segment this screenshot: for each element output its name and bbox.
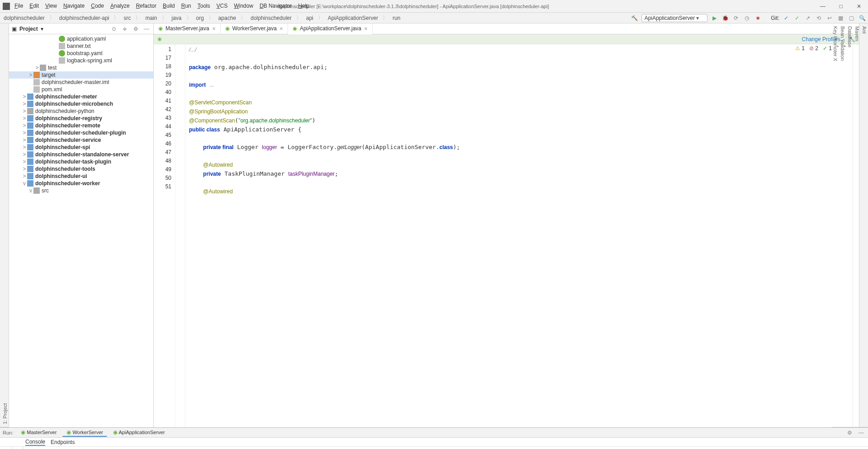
menu-run[interactable]: Run [179, 2, 194, 10]
tree-item[interactable]: >test [9, 64, 153, 71]
close-tab-icon[interactable]: ✕ [364, 26, 368, 31]
error-count: ⊘ 2 [809, 45, 818, 51]
tree-item[interactable]: logback-spring.xml [9, 57, 153, 64]
run-button[interactable]: ▶ [710, 14, 718, 22]
tree-item[interactable]: >dolphinscheduler-python [9, 108, 153, 115]
left-tab-commit[interactable]: 0: Commit [0, 23, 1, 427]
menu-window[interactable]: Window [231, 2, 256, 10]
git-rollback-icon[interactable]: ↩ [826, 14, 834, 22]
editor-tab[interactable]: ◉ApiApplicationServer.java✕ [288, 23, 373, 34]
tree-item[interactable]: >dolphinscheduler-scheduler-plugin [9, 129, 153, 136]
build-icon[interactable]: 🔨 [631, 14, 639, 22]
tree-item[interactable]: >dolphinscheduler-microbench [9, 100, 153, 108]
tree-item[interactable]: application.yaml [9, 35, 153, 42]
tree-item[interactable]: dolphinscheduler-master.iml [9, 79, 153, 86]
console-output[interactable]: [INFO] 2023-02-15 17:29:47.618 +0800 org… [24, 447, 868, 449]
code-editor[interactable]: 117181920404142434445464748495051 /.../ … [154, 44, 859, 427]
debug-button[interactable]: 🐞 [721, 14, 729, 22]
tree-item[interactable]: pom.xml [9, 86, 153, 93]
menu-navigate[interactable]: Navigate [61, 2, 87, 10]
menu-tools[interactable]: Tools [195, 2, 213, 10]
git-label: Git: [771, 15, 779, 21]
stop-button[interactable]: ■ [754, 14, 762, 22]
tree-item[interactable]: bootstrap.yaml [9, 50, 153, 57]
tree-item[interactable]: >dolphinscheduler-standalone-server [9, 151, 153, 158]
maximize-button[interactable]: □ [832, 0, 850, 12]
main-menu: FileEditViewNavigateCodeAnalyzeRefactorB… [12, 2, 312, 10]
tree-item[interactable]: >target [9, 71, 153, 79]
git-update-icon[interactable]: ✓ [782, 14, 790, 22]
run-tab[interactable]: ◉ MasterServer [17, 428, 61, 437]
menu-analyze[interactable]: Analyze [108, 2, 132, 10]
tree-item[interactable]: >dolphinscheduler-meter [9, 93, 153, 100]
tree-item[interactable]: vsrc [9, 187, 153, 194]
git-commit-icon[interactable]: ✓ [793, 14, 801, 22]
breadcrumb-item[interactable]: dolphinscheduler [2, 14, 47, 22]
close-tab-icon[interactable]: ✕ [212, 26, 216, 31]
profile-button[interactable]: ◷ [743, 14, 751, 22]
tree-item[interactable]: >dolphinscheduler-service [9, 136, 153, 144]
tree-item[interactable]: vdolphinscheduler-worker [9, 180, 153, 187]
menu-view[interactable]: View [42, 2, 60, 10]
run-settings-icon[interactable]: ⚙ [845, 429, 854, 437]
menu-build[interactable]: Build [160, 2, 178, 10]
breadcrumb-item[interactable]: apache [217, 14, 238, 22]
breadcrumb-item[interactable]: dolphinscheduler [249, 14, 293, 22]
chevron-down-icon[interactable]: ▾ [41, 26, 43, 32]
tree-item[interactable]: >dolphinscheduler-ui [9, 173, 153, 180]
breadcrumb-item[interactable]: api [304, 14, 315, 22]
code-content[interactable]: /.../ package org.apache.dolphinschedule… [185, 44, 853, 427]
run-tab[interactable]: ◉ ApiApplicationServer [109, 428, 169, 437]
breadcrumb-item[interactable]: src [122, 14, 132, 22]
ide-settings-icon[interactable]: ▦ [836, 14, 844, 22]
tree-item[interactable]: >dolphinscheduler-remote [9, 122, 153, 129]
select-opened-file-icon[interactable]: ⊙ [110, 25, 118, 33]
run-hide-icon[interactable]: — [857, 429, 865, 437]
menu-db-navigator[interactable]: DB Navigator [257, 2, 294, 10]
avatar-icon[interactable]: ▢ [847, 14, 855, 22]
right-tab-maven[interactable]: Maven [854, 23, 861, 427]
endpoints-tab[interactable]: Endpoints [51, 439, 75, 445]
menu-code[interactable]: Code [88, 2, 107, 10]
git-push-icon[interactable]: ↗ [804, 14, 812, 22]
search-everywhere-icon[interactable]: 🔍 [858, 14, 866, 22]
tree-item[interactable]: >dolphinscheduler-task-plugin [9, 158, 153, 165]
minimize-button[interactable]: — [814, 0, 832, 12]
run-tab[interactable]: ◉ WorkerServer [62, 428, 107, 437]
spring-leaf-icon: ❀ [157, 36, 162, 42]
left-tab-project[interactable]: 1: Project [1, 23, 9, 427]
project-dropdown-icon[interactable]: ▣ [12, 26, 17, 32]
right-tab-ant[interactable]: Ant [861, 23, 868, 427]
tree-item[interactable]: banner.txt [9, 42, 153, 50]
menu-help[interactable]: Help [296, 2, 312, 10]
menu-refactor[interactable]: Refactor [133, 2, 159, 10]
tree-item[interactable]: >dolphinscheduler-spi [9, 144, 153, 151]
hide-icon[interactable]: — [142, 25, 151, 33]
tree-item[interactable]: >dolphinscheduler-registry [9, 115, 153, 122]
gear-icon[interactable]: ⚙ [132, 25, 140, 33]
right-tab-beanvalidation[interactable]: Bean Validation [839, 23, 846, 427]
tree-item[interactable]: >dolphinscheduler-tools [9, 165, 153, 173]
breadcrumb-item[interactable]: main [143, 14, 159, 22]
breadcrumb-item[interactable]: org [194, 14, 206, 22]
console-tab[interactable]: Console [25, 439, 45, 446]
menu-edit[interactable]: Edit [27, 2, 42, 10]
breadcrumb-item[interactable]: run [391, 14, 402, 22]
menu-file[interactable]: File [12, 2, 26, 10]
editor-tab[interactable]: ◉MasterServer.java✕ [154, 23, 221, 34]
right-tab-keypromoterx[interactable]: Key Promoter X [832, 23, 839, 427]
project-tree[interactable]: application.yamlbanner.txtbootstrap.yaml… [9, 34, 153, 427]
git-history-icon[interactable]: ⟲ [815, 14, 823, 22]
breadcrumb-item[interactable]: java [170, 14, 184, 22]
run-config-select[interactable]: ApiApplicationServer ▾ [642, 14, 708, 22]
run-label: Run: [3, 430, 13, 435]
expand-all-icon[interactable]: ≑ [121, 25, 129, 33]
right-tab-database[interactable]: Database [846, 23, 854, 427]
menu-vcs[interactable]: VCS [214, 2, 231, 10]
coverage-button[interactable]: ⟳ [732, 14, 740, 22]
editor-tab[interactable]: ◉WorkerServer.java✕ [221, 23, 288, 34]
breadcrumb-item[interactable]: dolphinscheduler-api [57, 14, 111, 22]
close-button[interactable]: ✕ [850, 0, 868, 12]
breadcrumb-item[interactable]: ApiApplicationServer [326, 14, 380, 22]
close-tab-icon[interactable]: ✕ [279, 26, 283, 31]
